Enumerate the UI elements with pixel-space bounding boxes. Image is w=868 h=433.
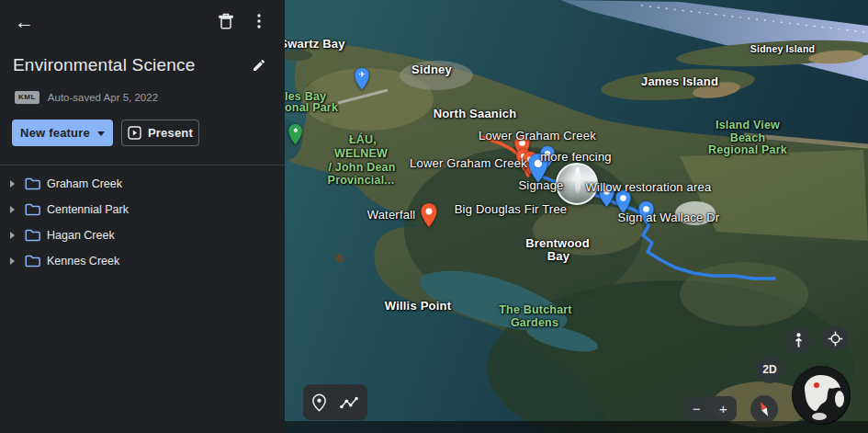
autosave-row: KML Auto-saved Apr 5, 2022 — [0, 75, 285, 104]
kml-badge: KML — [15, 91, 39, 104]
sidebar-item-hagan-creek[interactable]: Hagan Creek — [0, 222, 285, 248]
sidebar-item-label: Kennes Creek — [47, 255, 119, 268]
dropdown-caret-icon — [97, 131, 105, 136]
willow-restoration-2-pin[interactable] — [614, 189, 632, 214]
pegman-icon — [792, 332, 806, 348]
pegman-button[interactable] — [785, 327, 811, 353]
globe-icon — [792, 366, 851, 425]
airport-pin[interactable]: ✈ — [354, 67, 370, 91]
draw-path-icon[interactable] — [339, 394, 359, 411]
action-buttons: New feature Present — [0, 104, 285, 146]
back-arrow-icon[interactable]: ← — [15, 12, 34, 31]
park-poi-pin[interactable]: ♠ — [287, 123, 303, 145]
autosave-status: Auto-saved Apr 5, 2022 — [48, 92, 158, 103]
signage-pin[interactable] — [527, 153, 549, 184]
compass-button[interactable] — [750, 395, 778, 423]
sign-at-wallace-dr-pin[interactable] — [637, 200, 655, 225]
sidebar-item-label: Hagan Creek — [47, 229, 115, 242]
2d-mode-label: 2D — [762, 363, 776, 376]
more-options-icon[interactable] — [250, 12, 268, 30]
expand-caret-icon[interactable] — [10, 232, 15, 239]
map-attribution-bar — [285, 421, 868, 433]
sidebar-item-graham-creek[interactable]: Graham Creek — [0, 171, 285, 197]
panel-header: ← — [0, 0, 285, 42]
present-play-icon — [128, 126, 141, 140]
folder-icon — [25, 203, 40, 216]
expand-caret-icon[interactable] — [10, 180, 15, 188]
edit-title-icon[interactable] — [250, 56, 268, 74]
globe-overview-button[interactable] — [792, 366, 851, 425]
project-panel: ← Environmental Science KML Auto-saved A… — [0, 0, 285, 433]
sidebar-item-kennes-creek[interactable]: Kennes Creek — [0, 248, 285, 274]
present-button[interactable]: Present — [121, 120, 199, 146]
my-location-button[interactable] — [822, 325, 848, 351]
delete-icon[interactable] — [217, 12, 235, 30]
zoom-in-button[interactable]: + — [710, 396, 737, 421]
new-feature-label: New feature — [20, 126, 90, 140]
add-placemark-icon[interactable] — [311, 393, 327, 412]
folder-icon — [25, 177, 40, 190]
title-row: Environmental Science — [0, 42, 285, 75]
folder-list: Graham CreekCentennial ParkHagan CreekKe… — [0, 165, 285, 274]
compass-needle-icon — [754, 399, 774, 419]
waterfall-pin[interactable] — [420, 202, 438, 228]
willow-restoration-1-pin[interactable] — [598, 183, 615, 208]
zoom-out-button[interactable]: − — [683, 396, 710, 421]
page-title: Environmental Science — [13, 55, 196, 75]
present-label: Present — [148, 126, 193, 140]
google-earth-app: ← Environmental Science KML Auto-saved A… — [0, 0, 868, 433]
sidebar-item-label: Centennial Park — [47, 203, 129, 216]
new-feature-button[interactable]: New feature — [12, 120, 113, 146]
folder-icon — [25, 229, 40, 242]
my-location-icon — [828, 331, 843, 347]
expand-caret-icon[interactable] — [10, 206, 15, 213]
draw-toolbar — [303, 384, 367, 420]
expand-caret-icon[interactable] — [10, 257, 15, 265]
sidebar-item-centennial-park[interactable]: Centennial Park — [0, 197, 285, 222]
folder-icon — [25, 255, 40, 268]
map-viewport[interactable]: ✈♠ Swartz BaySidneyNorth SaanichSidney I… — [285, 0, 868, 433]
zoom-control: − + — [683, 396, 737, 421]
waterfall-photo-thumbnail[interactable] — [556, 163, 598, 205]
sidebar-item-label: Graham Creek — [47, 177, 122, 190]
2d-mode-button[interactable]: 2D — [756, 356, 783, 383]
